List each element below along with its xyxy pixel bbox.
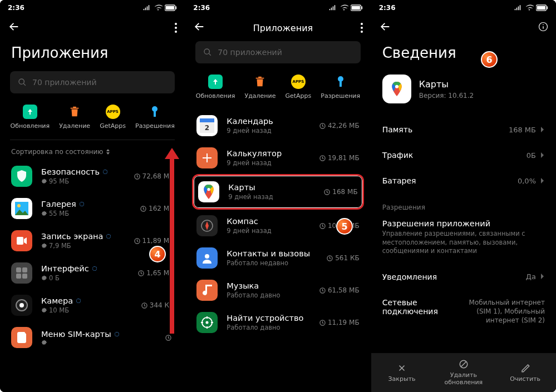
app-size: 11,19 МБ xyxy=(328,319,360,326)
bottom-bar: Закрыть Удалить обновления Очистить xyxy=(371,353,556,392)
svg-rect-43 xyxy=(537,6,545,10)
app-item[interactable]: Найти устройство Работало давно 11,19 МБ xyxy=(192,306,363,339)
app-sub: 10 МБ xyxy=(49,306,69,314)
svg-text:2: 2 xyxy=(205,124,209,132)
clear-button[interactable]: Очистить xyxy=(494,353,556,392)
svg-point-36 xyxy=(205,254,209,259)
marker-6: 6 xyxy=(481,51,498,68)
qa-updates[interactable]: Обновления xyxy=(11,105,50,130)
app-item[interactable]: Камера 10 МБ 344 КБ xyxy=(7,289,178,321)
row-app-perms[interactable]: Разрешения приложений Управление разреше… xyxy=(382,216,545,264)
app-item[interactable]: Меню SIM-карты xyxy=(7,321,178,354)
back-icon[interactable] xyxy=(193,21,205,35)
app-sub: 9 дней назад xyxy=(227,159,271,167)
app-item[interactable]: Музыка Работало давно 61,58 МБ xyxy=(192,274,363,306)
quick-actions: Обновления Удаление APPS GetApps Разреше… xyxy=(0,105,185,140)
row-battery[interactable]: Батарея 0,0% xyxy=(382,168,545,193)
chevron-right-icon xyxy=(539,177,545,185)
svg-rect-13 xyxy=(16,274,21,279)
maps-icon xyxy=(382,75,411,103)
sort-row[interactable]: Сортировка по состоянию xyxy=(0,148,185,160)
app-name: Калькулятор xyxy=(227,149,282,158)
status-badge xyxy=(115,332,119,336)
app-name: Найти устройство xyxy=(227,314,303,322)
quick-actions: Обновления Удаление APPSGetApps Разрешен… xyxy=(185,75,370,110)
app-item[interactable]: Галерея 55 МБ 162 МБ xyxy=(7,192,178,225)
statusbar: 2:36 xyxy=(0,0,185,16)
svg-rect-9 xyxy=(17,237,23,245)
section-label: Разрешения xyxy=(382,193,545,216)
app-sub: 9 дней назад xyxy=(227,227,271,235)
app-sub: 55 МБ xyxy=(49,210,69,217)
marker-4: 4 xyxy=(149,246,166,262)
qa-updates[interactable]: Обновления xyxy=(196,75,235,100)
menu-icon[interactable] xyxy=(175,23,177,33)
svg-rect-30 xyxy=(203,157,211,158)
app-name: Карты xyxy=(419,79,474,90)
app-item[interactable]: 2 Календарь 9 дней назад 42,26 МБ xyxy=(192,110,363,142)
qa-perms[interactable]: Разрешения xyxy=(321,75,360,100)
app-sub: Работало давно xyxy=(227,291,280,299)
status-badge xyxy=(80,202,84,206)
search-input[interactable]: 70 приложений xyxy=(195,41,360,63)
app-name: Безопасность xyxy=(41,167,100,176)
app-name: Календарь xyxy=(227,117,273,126)
status-time: 2:36 xyxy=(8,4,24,12)
qa-getapps[interactable]: APPSGetApps xyxy=(285,75,311,100)
screen-app-details: 2:36 Сведения Карты Версия: 10.61.2 xyxy=(371,0,556,392)
app-item[interactable]: Безопасность 95 МБ 72,68 МБ xyxy=(7,160,178,192)
page-title: Приложения xyxy=(205,23,360,33)
app-item[interactable]: Калькулятор 9 дней назад 19,81 МБ xyxy=(192,142,363,174)
back-icon[interactable] xyxy=(379,21,391,35)
qa-perms[interactable]: Разрешения xyxy=(135,105,175,130)
app-size: 561 КБ xyxy=(335,254,359,262)
app-size: 11,89 МБ xyxy=(142,237,174,245)
app-name: Музыка xyxy=(227,281,259,290)
chevron-right-icon xyxy=(539,272,545,281)
svg-rect-25 xyxy=(200,118,214,122)
qa-delete[interactable]: Удаление xyxy=(59,105,90,130)
status-time: 2:36 xyxy=(379,4,396,12)
row-network[interactable]: Сетевые подключения Мобильный интернет (… xyxy=(382,290,545,334)
topbar xyxy=(371,16,556,40)
svg-rect-22 xyxy=(361,6,362,9)
app-sub: 9 дней назад xyxy=(227,127,271,135)
app-name: Карты xyxy=(228,183,255,192)
app-name: Галерея xyxy=(41,200,76,209)
search-input[interactable]: 70 приложений xyxy=(10,71,175,93)
divider xyxy=(10,140,175,140)
svg-rect-12 xyxy=(22,267,27,272)
topbar: Приложения xyxy=(185,16,370,40)
status-icons xyxy=(143,4,177,11)
app-item[interactable]: Карты 9 дней назад 168 МБ xyxy=(192,174,363,210)
status-badge xyxy=(103,170,107,174)
marker-5: 5 xyxy=(336,218,353,235)
close-button[interactable]: Закрыть xyxy=(371,353,433,392)
app-item[interactable]: Контакты и вызовы Работало недавно 561 К… xyxy=(192,242,363,274)
row-memory[interactable]: Память 168 МБ xyxy=(382,117,545,142)
svg-rect-44 xyxy=(547,6,548,9)
status-badge xyxy=(76,299,81,303)
svg-point-40 xyxy=(206,321,209,324)
app-size: 42,26 МБ xyxy=(328,122,360,130)
svg-rect-21 xyxy=(351,6,360,10)
app-name: Камера xyxy=(41,296,73,305)
app-sub: Работало недавно xyxy=(227,259,288,267)
app-sub: 7,9 МБ xyxy=(49,242,71,250)
app-name: Запись экрана xyxy=(41,232,103,241)
app-name: Компас xyxy=(227,217,258,226)
row-traffic[interactable]: Трафик 0Б xyxy=(382,142,545,168)
svg-rect-1 xyxy=(166,6,174,10)
app-name: Меню SIM-карты xyxy=(41,330,111,339)
menu-icon[interactable] xyxy=(361,23,363,33)
svg-rect-14 xyxy=(22,274,27,279)
app-item[interactable]: Интерфейс 0 Б 1,65 МБ xyxy=(7,257,178,289)
qa-getapps[interactable]: APPS GetApps xyxy=(100,105,126,130)
app-sub: 9 дней назад xyxy=(228,193,273,201)
qa-delete[interactable]: Удаление xyxy=(244,75,275,100)
info-icon[interactable] xyxy=(538,22,548,34)
app-size: 19,81 МБ xyxy=(328,154,360,162)
row-notifications[interactable]: Уведомления Да xyxy=(382,264,545,290)
uninstall-updates-button[interactable]: Удалить обновления xyxy=(432,353,494,392)
back-icon[interactable] xyxy=(8,21,20,35)
